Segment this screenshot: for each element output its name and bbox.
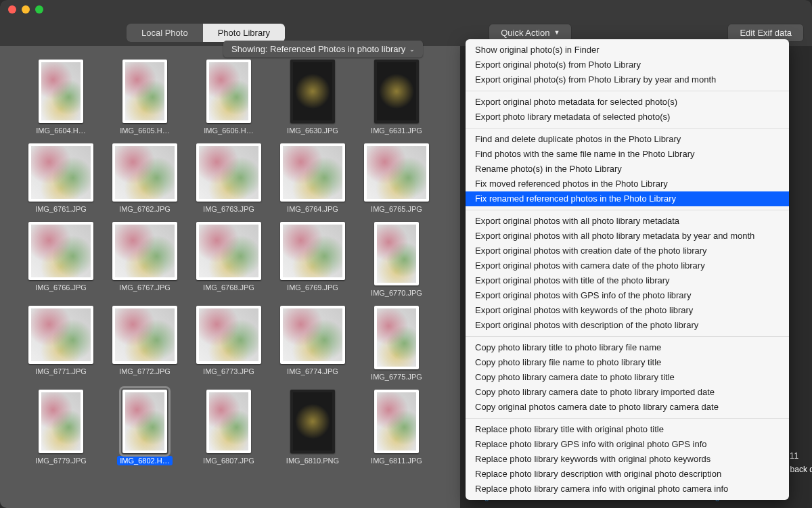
thumbnail-filename: IMG_6631.JPG: [368, 126, 425, 135]
menu-item[interactable]: Export photo library metadata of selecte…: [466, 110, 789, 124]
thumbnail[interactable]: IMG_6772.JPG: [108, 306, 182, 382]
thumbnail-image[interactable]: [28, 306, 93, 364]
thumbnail-image[interactable]: [206, 60, 251, 123]
thumbnail[interactable]: IMG_6802.H…: [108, 390, 182, 465]
thumbnail[interactable]: IMG_6807.JPG: [191, 390, 266, 465]
thumbnail-image[interactable]: [122, 60, 167, 123]
menu-item[interactable]: Find and delete duplicate photos in the …: [466, 132, 789, 147]
seg-local-photo[interactable]: Local Photo: [127, 24, 203, 42]
menu-item[interactable]: Replace photo library title with origina…: [466, 422, 789, 437]
thumbnail[interactable]: IMG_6606.H…: [191, 60, 266, 135]
thumbnail-image[interactable]: [206, 390, 251, 453]
menu-item[interactable]: Export original photos with all photo li…: [466, 229, 789, 244]
thumbnail[interactable]: IMG_6769.JPG: [275, 222, 350, 298]
thumbnail-image[interactable]: [196, 222, 261, 280]
thumbnail-image[interactable]: [280, 306, 345, 364]
menu-item[interactable]: Copy photo library camera date to photo …: [466, 370, 789, 385]
menu-item[interactable]: Fix moved referenced photos in the Photo…: [466, 177, 789, 191]
thumbnail-image[interactable]: [122, 390, 167, 453]
showing-filter[interactable]: Showing: Referenced Photos in photo libr…: [223, 41, 423, 57]
thumbnail[interactable]: IMG_6771.JPG: [24, 306, 98, 382]
thumbnail[interactable]: IMG_6775.JPG: [359, 306, 434, 382]
menu-item[interactable]: Export original photo metadata for selec…: [466, 95, 789, 110]
menu-item[interactable]: Replace photo library keywords with orig…: [466, 452, 789, 467]
thumbnail-image[interactable]: [28, 222, 93, 280]
thumbnail-image[interactable]: [290, 390, 335, 453]
thumbnail-filename: IMG_6807.JPG: [200, 456, 257, 465]
thumbnail-filename: IMG_6774.JPG: [284, 367, 341, 376]
quick-action-label: Quick Action: [501, 28, 549, 38]
thumbnail[interactable]: IMG_6762.JPG: [108, 143, 182, 214]
thumbnail-image[interactable]: [39, 390, 83, 453]
thumbnail[interactable]: IMG_6761.JPG: [24, 143, 98, 214]
menu-item[interactable]: Replace photo library camera info with o…: [466, 482, 789, 497]
thumbnail-image[interactable]: [374, 60, 419, 123]
thumbnail[interactable]: IMG_6631.JPG: [359, 60, 434, 135]
thumbnail-image[interactable]: [374, 306, 419, 369]
thumbnail-filename: IMG_6771.JPG: [32, 367, 89, 376]
menu-item[interactable]: Export original photos with camera date …: [466, 258, 789, 273]
thumbnail-image[interactable]: [364, 143, 429, 202]
thumbnail[interactable]: IMG_6765.JPG: [359, 143, 434, 214]
thumbnail[interactable]: IMG_6604.H…: [24, 60, 98, 135]
maximize-icon[interactable]: [35, 5, 43, 14]
seg-photo-library[interactable]: Photo Library: [203, 24, 285, 42]
thumbnail-filename: IMG_6770.JPG: [368, 288, 425, 298]
thumbnail-image[interactable]: [112, 143, 177, 202]
thumbnail[interactable]: IMG_6605.H…: [108, 60, 182, 135]
thumbnail-image[interactable]: [374, 390, 419, 453]
menu-item[interactable]: Replace photo library description with o…: [466, 467, 789, 482]
chevron-down-icon: ▼: [554, 29, 560, 36]
thumbnail[interactable]: IMG_6774.JPG: [275, 306, 350, 382]
minimize-icon[interactable]: [22, 5, 30, 14]
menu-item[interactable]: Rename photo(s) in the Photo Library: [466, 162, 789, 177]
thumbnail-image[interactable]: [112, 222, 177, 280]
thumbnail[interactable]: IMG_6773.JPG: [191, 306, 266, 382]
menu-item[interactable]: Export original photos with creation dat…: [466, 244, 789, 258]
thumbnail-image[interactable]: [290, 60, 335, 123]
thumbnail-filename: IMG_6779.JPG: [32, 456, 89, 465]
thumbnail[interactable]: IMG_6763.JPG: [191, 143, 266, 214]
thumbnail[interactable]: IMG_6766.JPG: [24, 222, 98, 298]
menu-item[interactable]: Export original photos with description …: [466, 318, 789, 333]
thumbnail[interactable]: IMG_6630.JPG: [275, 60, 350, 135]
menu-item[interactable]: Copy photo library camera date to photo …: [466, 385, 789, 400]
menu-item[interactable]: Replace photo library GPS info with orig…: [466, 437, 789, 452]
menu-item[interactable]: Export original photos with title of the…: [466, 273, 789, 288]
chevron-down-icon: ⌄: [409, 46, 415, 53]
menu-item[interactable]: Copy photo library title to photo librar…: [466, 340, 789, 355]
thumbnail-image[interactable]: [196, 306, 261, 364]
thumbnail[interactable]: IMG_6767.JPG: [108, 222, 182, 298]
menu-item[interactable]: Export original photos with all photo li…: [466, 214, 789, 229]
showing-filter-label: Showing: Referenced Photos in photo libr…: [231, 44, 405, 54]
menu-item[interactable]: Export original photos with keywords of …: [466, 303, 789, 318]
thumbnail-image[interactable]: [39, 60, 83, 123]
menu-item[interactable]: Copy original photos camera date to phot…: [466, 400, 789, 415]
menu-item[interactable]: Export original photos with GPS info of …: [466, 288, 789, 303]
menu-item[interactable]: Find photos with the same file name in t…: [466, 147, 789, 162]
thumbnail-image[interactable]: [280, 222, 345, 280]
thumbnail-image[interactable]: [374, 222, 419, 285]
thumbnail[interactable]: IMG_6779.JPG: [24, 390, 98, 465]
quick-action-menu[interactable]: Show original photo(s) in FinderExport o…: [466, 39, 789, 500]
thumbnail[interactable]: IMG_6811.JPG: [359, 390, 434, 465]
thumbnail-filename: IMG_6606.H…: [201, 126, 256, 135]
thumbnail-filename: IMG_6630.JPG: [284, 126, 341, 135]
thumbnail-image[interactable]: [112, 306, 177, 364]
menu-item[interactable]: Fix renamed referenced photos in the Pho…: [466, 191, 789, 206]
menu-item[interactable]: Show original photo(s) in Finder: [466, 43, 789, 57]
thumbnail-image[interactable]: [28, 143, 93, 202]
thumbnail[interactable]: IMG_6764.JPG: [275, 143, 350, 214]
close-icon[interactable]: [8, 5, 16, 14]
thumbnail[interactable]: IMG_6770.JPG: [359, 222, 434, 298]
thumbnail-filename: IMG_6768.JPG: [200, 283, 257, 292]
thumbnail[interactable]: IMG_6810.PNG: [275, 390, 350, 465]
menu-item[interactable]: Copy photo library file name to photo li…: [466, 355, 789, 370]
thumbnail-filename: IMG_6764.JPG: [284, 204, 341, 214]
thumbnail[interactable]: IMG_6768.JPG: [191, 222, 266, 298]
thumbnail-image[interactable]: [196, 143, 261, 202]
menu-item[interactable]: Export original photo(s) from Photo Libr…: [466, 57, 789, 72]
menu-item[interactable]: Export original photo(s) from Photo Libr…: [466, 72, 789, 87]
thumbnail-grid-pane: IMG_6604.H…IMG_6605.H…IMG_6606.H…IMG_663…: [0, 46, 460, 508]
thumbnail-image[interactable]: [280, 143, 345, 202]
